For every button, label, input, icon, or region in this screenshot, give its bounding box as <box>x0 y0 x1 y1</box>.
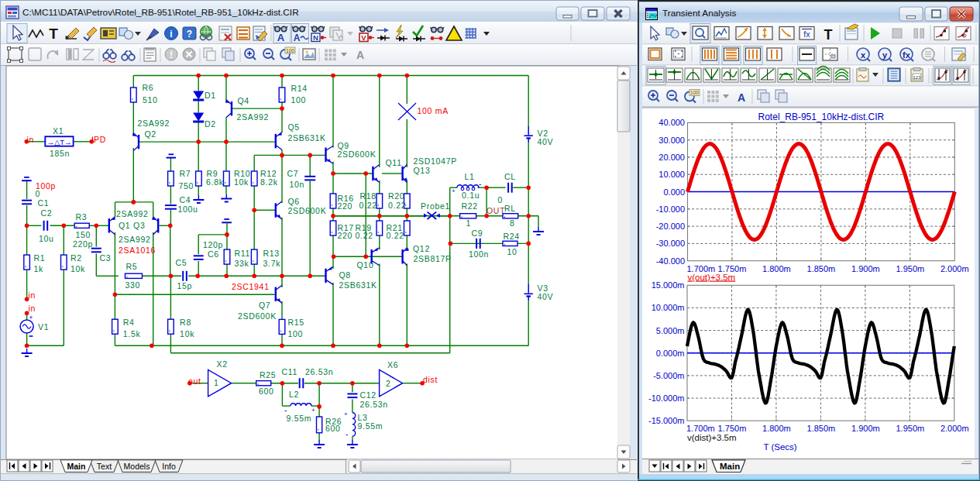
svg-text:N: N <box>313 33 318 42</box>
svg-text:330: 330 <box>126 280 141 290</box>
svg-text:+: + <box>452 187 456 194</box>
svg-text:185n: 185n <box>50 149 70 158</box>
svg-text:R2: R2 <box>70 253 82 263</box>
svg-text:600: 600 <box>259 387 274 396</box>
svg-text:120p: 120p <box>203 240 223 249</box>
svg-text:OUT: OUT <box>487 206 505 215</box>
svg-text:C11: C11 <box>282 367 298 376</box>
svg-text:C9: C9 <box>472 228 483 238</box>
svg-text:100: 100 <box>288 329 304 338</box>
svg-text:T (Secs): T (Secs) <box>763 442 796 452</box>
svg-text:R8: R8 <box>180 318 191 327</box>
svg-text:in: in <box>29 290 36 300</box>
svg-text:T: T <box>49 26 58 42</box>
svg-text:R25: R25 <box>260 370 276 380</box>
svg-text:A: A <box>277 32 285 43</box>
svg-text:R14: R14 <box>291 84 308 93</box>
svg-text:D2: D2 <box>205 119 216 129</box>
svg-text:9.55m: 9.55m <box>358 421 383 431</box>
svg-text:C5: C5 <box>176 258 187 267</box>
svg-text:Q11: Q11 <box>386 158 402 167</box>
svg-text:220: 220 <box>338 231 353 240</box>
svg-text:Q2: Q2 <box>145 129 156 139</box>
svg-text:2SB817P: 2SB817P <box>414 254 452 263</box>
svg-text:R15: R15 <box>288 318 304 327</box>
svg-text:C6: C6 <box>208 249 219 259</box>
svg-text:R20: R20 <box>388 191 404 201</box>
svg-text:10u: 10u <box>39 234 54 243</box>
svg-text:+: + <box>29 314 33 321</box>
svg-text:0.22: 0.22 <box>356 231 373 240</box>
svg-text:in: in <box>29 304 36 313</box>
svg-text:L2: L2 <box>289 390 299 399</box>
svg-text:-10.000m: -10.000m <box>648 393 684 403</box>
svg-text:→△T→: →△T→ <box>46 138 71 146</box>
svg-text:R7: R7 <box>180 169 191 178</box>
svg-text:Q13: Q13 <box>414 166 431 175</box>
svg-text:0: 0 <box>498 195 504 204</box>
svg-text:-5.000m: -5.000m <box>653 371 684 380</box>
svg-text:-40.000: -40.000 <box>656 256 685 266</box>
svg-text:-: - <box>346 430 348 438</box>
svg-text:-: - <box>479 180 481 188</box>
svg-text:600: 600 <box>325 424 341 433</box>
svg-text:X6: X6 <box>387 360 398 369</box>
svg-text:X1: X1 <box>53 126 64 136</box>
svg-text:2SB631K: 2SB631K <box>339 280 377 290</box>
svg-text:2SD600K: 2SD600K <box>288 206 327 215</box>
svg-text:Info: Info <box>162 462 176 471</box>
svg-text:100: 100 <box>291 95 307 105</box>
svg-text:0.000: 0.000 <box>663 187 685 197</box>
svg-text:1.900m: 1.900m <box>851 264 880 273</box>
svg-text:R4: R4 <box>123 318 135 327</box>
svg-text:i: i <box>170 29 172 40</box>
svg-text:C7: C7 <box>287 169 299 178</box>
svg-text:R3: R3 <box>76 212 88 222</box>
svg-text:2SB631K: 2SB631K <box>288 133 326 143</box>
svg-text:X2: X2 <box>217 359 228 369</box>
svg-text:-15.000m: -15.000m <box>648 416 684 425</box>
svg-text:220p: 220p <box>73 239 93 249</box>
svg-text:A: A <box>738 91 745 104</box>
svg-text:2.000m: 2.000m <box>940 264 969 273</box>
svg-text:Main: Main <box>67 462 86 471</box>
svg-text:-20.000: -20.000 <box>656 222 685 231</box>
svg-text:1: 1 <box>214 378 219 387</box>
svg-text:1.850m: 1.850m <box>807 424 836 433</box>
svg-text:2SD600K: 2SD600K <box>338 149 377 159</box>
svg-text:1.5k: 1.5k <box>123 329 141 338</box>
svg-text:A: A <box>356 49 364 61</box>
svg-text:6.8k: 6.8k <box>206 177 224 187</box>
svg-text:L1: L1 <box>465 172 475 181</box>
svg-text:100u: 100u <box>178 204 198 214</box>
svg-text:+: + <box>344 411 348 417</box>
svg-text:3.7k: 3.7k <box>263 259 281 268</box>
svg-text:?: ? <box>187 29 192 40</box>
svg-text:1.850m: 1.850m <box>807 264 836 273</box>
svg-text:Q5: Q5 <box>288 122 300 132</box>
svg-text:R18: R18 <box>360 191 377 201</box>
svg-text:R1: R1 <box>34 253 46 263</box>
svg-text:220: 220 <box>338 201 353 211</box>
svg-text:Models: Models <box>124 462 150 471</box>
svg-text:2SA992: 2SA992 <box>237 112 270 122</box>
svg-text:C3: C3 <box>100 253 112 263</box>
svg-text:PD: PD <box>94 135 106 144</box>
svg-text:2SA992: 2SA992 <box>138 119 170 128</box>
svg-text:1.800m: 1.800m <box>762 264 791 273</box>
svg-text:out: out <box>188 376 201 386</box>
svg-text:2: 2 <box>386 379 391 388</box>
svg-text:T: T <box>824 27 833 43</box>
svg-text:33k: 33k <box>235 259 249 268</box>
svg-text:C12: C12 <box>360 390 377 400</box>
svg-text:x: x <box>861 50 866 60</box>
svg-text:Q10: Q10 <box>357 260 374 270</box>
svg-text:in: in <box>27 135 35 144</box>
svg-text:0.1u: 0.1u <box>462 191 480 200</box>
svg-text:y: y <box>882 50 888 60</box>
svg-text:750: 750 <box>179 181 194 191</box>
svg-text:2SA992: 2SA992 <box>119 235 151 244</box>
svg-text:10k: 10k <box>180 329 194 338</box>
svg-text:Probe1: Probe1 <box>421 201 450 211</box>
svg-text:1.750m: 1.750m <box>718 424 747 433</box>
